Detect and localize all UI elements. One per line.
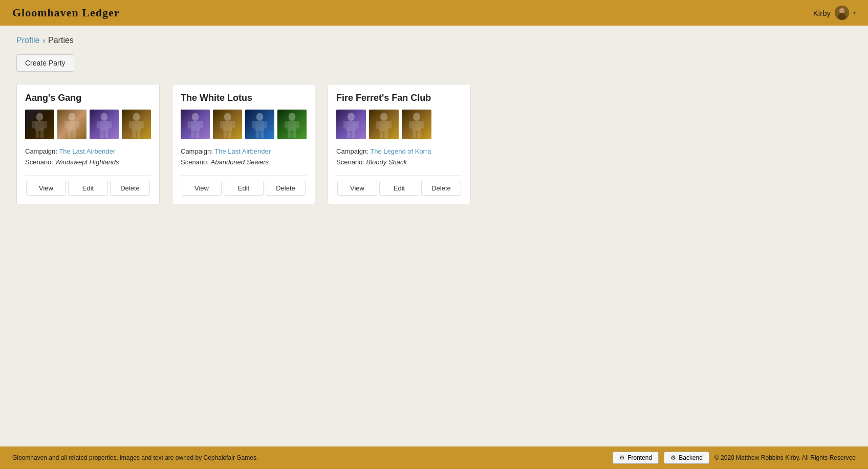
svg-rect-52 [260, 131, 264, 138]
party-card-white-lotus: The White Lotus [172, 84, 315, 204]
character-image-1 [369, 110, 399, 139]
svg-point-12 [69, 113, 76, 121]
create-party-button[interactable]: Create Party [16, 54, 74, 72]
svg-rect-45 [228, 131, 231, 138]
svg-rect-29 [141, 121, 144, 129]
delete-button[interactable]: Delete [421, 181, 461, 196]
character-image-1 [213, 110, 242, 139]
svg-point-2 [838, 14, 846, 20]
breadcrumb: Profile › Parties [16, 36, 852, 45]
svg-rect-17 [72, 131, 76, 138]
footer-copyright: Gloomhaven and all related properties, i… [12, 454, 258, 461]
delete-button[interactable]: Delete [110, 181, 150, 196]
svg-rect-55 [288, 121, 297, 131]
svg-rect-72 [380, 131, 383, 138]
campaign-info: Campaign: The Last Airbender [181, 146, 307, 157]
user-dropdown-arrow[interactable]: ▾ [853, 10, 856, 16]
character-image-2 [245, 110, 274, 139]
party-title: Fire Ferret's Fan Club [336, 93, 462, 103]
svg-rect-44 [224, 131, 227, 138]
svg-rect-30 [133, 131, 136, 138]
svg-rect-41 [223, 121, 232, 131]
edit-button[interactable]: Edit [379, 181, 419, 196]
svg-rect-35 [188, 121, 191, 129]
avatar [835, 6, 849, 20]
view-button[interactable]: View [26, 181, 66, 196]
breadcrumb-profile-link[interactable]: Profile [16, 36, 39, 45]
app-footer: Gloomhaven and all related properties, i… [0, 446, 868, 469]
party-info: Campaign: The Last Airbender Scenario: W… [25, 146, 151, 168]
edit-button[interactable]: Edit [224, 181, 264, 196]
scenario-name: Abandoned Sewers [211, 158, 269, 166]
svg-rect-14 [64, 121, 68, 129]
svg-rect-63 [343, 121, 346, 129]
card-actions: ViewEditDelete [336, 175, 462, 196]
svg-rect-38 [196, 131, 199, 138]
svg-rect-49 [252, 121, 255, 129]
character-image-2 [90, 110, 119, 139]
card-actions: ViewEditDelete [181, 175, 307, 196]
svg-point-3 [839, 8, 844, 13]
svg-rect-15 [76, 121, 79, 129]
svg-rect-80 [417, 131, 421, 138]
app-header: Gloomhaven Ledger Kirby ▾ [0, 0, 868, 26]
svg-rect-6 [35, 121, 45, 131]
view-button[interactable]: View [182, 181, 222, 196]
svg-rect-73 [384, 131, 388, 138]
svg-rect-22 [108, 121, 112, 129]
scenario-info: Scenario: Bloody Shack [336, 157, 462, 168]
character-image-0 [336, 110, 366, 139]
character-images [336, 110, 462, 139]
character-images [25, 110, 151, 139]
campaign-info: Campaign: The Last Airbender [25, 146, 151, 157]
svg-rect-24 [104, 131, 108, 138]
party-info: Campaign: The Legend of Korra Scenario: … [336, 146, 462, 168]
view-button[interactable]: View [337, 181, 377, 196]
campaign-link[interactable]: The Last Airbender [214, 147, 271, 155]
svg-point-5 [36, 113, 44, 121]
svg-rect-58 [288, 131, 292, 138]
campaign-link[interactable]: The Last Airbender [59, 147, 115, 155]
edit-button[interactable]: Edit [68, 181, 108, 196]
svg-rect-36 [200, 121, 203, 129]
delete-button[interactable]: Delete [266, 181, 306, 196]
svg-rect-64 [356, 121, 359, 129]
user-name: Kirby [813, 9, 831, 17]
svg-point-33 [192, 113, 199, 121]
svg-point-54 [289, 113, 296, 121]
svg-rect-34 [191, 121, 200, 131]
svg-point-75 [413, 113, 420, 121]
footer-rights: © 2020 Matthew Robbins Kirby. All Rights… [714, 454, 856, 461]
character-image-2 [402, 110, 431, 139]
svg-rect-79 [413, 131, 416, 138]
campaign-info: Campaign: The Legend of Korra [336, 146, 462, 157]
scenario-info: Scenario: Abandoned Sewers [181, 157, 307, 168]
backend-button[interactable]: ⚙ Backend [664, 452, 709, 464]
svg-point-26 [133, 113, 140, 121]
character-image-3 [122, 110, 151, 139]
character-image-1 [57, 110, 86, 139]
party-info: Campaign: The Last Airbender Scenario: A… [181, 146, 307, 168]
svg-rect-7 [32, 121, 35, 129]
svg-rect-65 [347, 131, 351, 138]
svg-rect-9 [36, 131, 39, 138]
character-image-0 [25, 110, 54, 139]
parties-grid: Aang's Gang [16, 84, 852, 204]
character-image-3 [277, 110, 307, 139]
svg-rect-78 [421, 121, 424, 129]
github-icon: ⚙ [619, 454, 625, 461]
svg-rect-8 [44, 121, 47, 129]
campaign-link[interactable]: The Legend of Korra [370, 147, 431, 155]
user-menu[interactable]: Kirby ▾ [813, 6, 856, 20]
svg-point-40 [224, 113, 231, 121]
frontend-label: Frontend [627, 454, 652, 461]
svg-rect-76 [412, 121, 421, 131]
github-icon-2: ⚙ [670, 454, 676, 461]
svg-rect-51 [256, 131, 259, 138]
svg-rect-48 [255, 121, 265, 131]
svg-rect-20 [100, 121, 109, 131]
svg-rect-42 [220, 121, 223, 129]
frontend-button[interactable]: ⚙ Frontend [613, 452, 659, 464]
svg-rect-69 [379, 121, 388, 131]
svg-rect-13 [68, 121, 77, 131]
